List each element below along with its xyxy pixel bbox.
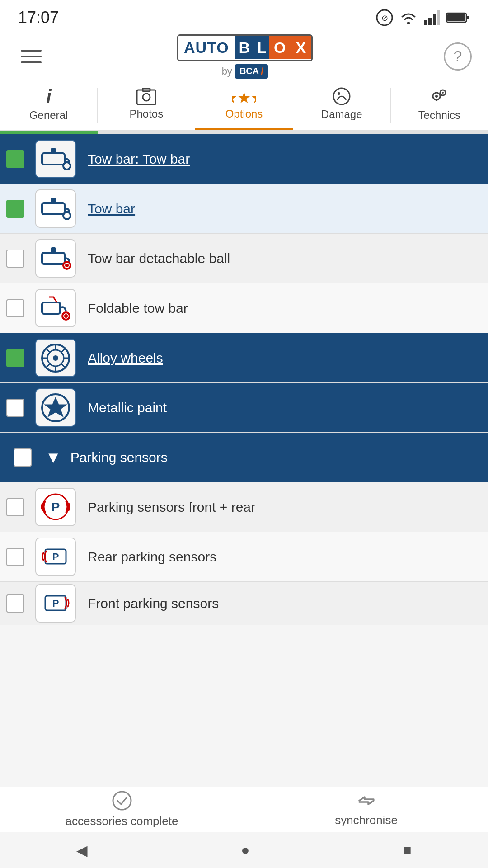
svg-text:P: P xyxy=(52,500,60,514)
tab-technics[interactable]: Technics xyxy=(391,81,488,130)
svg-point-12 xyxy=(143,94,150,101)
battery-icon xyxy=(446,11,470,24)
svg-point-25 xyxy=(63,212,70,219)
sync-icon xyxy=(356,792,377,810)
progress-fill xyxy=(0,131,98,134)
metallic-icon xyxy=(40,392,71,424)
icon-wrap-1 xyxy=(31,137,80,180)
bca-slash: / xyxy=(261,66,263,77)
logo-l: L xyxy=(254,36,269,59)
logo-image: AUTO B L O X xyxy=(177,34,313,61)
tab-options-label: Options xyxy=(225,108,263,120)
tabs: i General Photos ★★★ Options xyxy=(0,81,488,131)
alloy-wheel-icon xyxy=(40,342,71,374)
svg-rect-5 xyxy=(433,14,436,25)
bca-badge: BCA / xyxy=(235,64,268,79)
svg-point-36 xyxy=(53,355,58,361)
svg-point-22 xyxy=(63,162,70,170)
svg-point-2 xyxy=(407,22,410,24)
list-item-parking-sensors-dropdown[interactable]: ▼ Parking sensors xyxy=(0,433,488,482)
list-item-parking-fr[interactable]: P Parking sensors front + rear xyxy=(0,482,488,532)
list-item-tow-bar[interactable]: Tow bar xyxy=(0,184,488,234)
checkbox-metallic[interactable] xyxy=(6,399,24,417)
checkbox-parking[interactable] xyxy=(14,448,32,467)
icon-box-1 xyxy=(35,140,76,178)
progress-bar xyxy=(0,131,488,134)
tow-bar-icon xyxy=(40,144,71,174)
bottom-bar: accessories complete synchronise xyxy=(0,787,488,832)
svg-rect-3 xyxy=(424,20,427,25)
logo-x: X xyxy=(290,36,311,59)
accessories-complete-label: accessories complete xyxy=(66,814,178,828)
help-button[interactable]: ? xyxy=(444,42,472,71)
checkbox-foldable[interactable] xyxy=(6,299,24,317)
svg-line-43 xyxy=(61,349,65,352)
metallic-paint-label: Metallic paint xyxy=(88,400,488,415)
tab-photos[interactable]: Photos xyxy=(98,81,195,130)
parking-fr-icon: P xyxy=(40,492,71,522)
synchronise-button[interactable]: synchronise xyxy=(244,787,488,832)
foldable-tow-label: Foldable tow bar xyxy=(88,301,488,316)
svg-text:P: P xyxy=(52,551,59,562)
list-item-front-parking[interactable]: P Front parking sensors xyxy=(0,582,488,625)
list-item-rear-parking[interactable]: P Rear parking sensors xyxy=(0,532,488,582)
back-button[interactable]: ◀ xyxy=(63,837,101,863)
svg-rect-26 xyxy=(51,198,56,204)
tab-options[interactable]: ★★★ Options xyxy=(195,81,292,130)
menu-button[interactable] xyxy=(16,45,46,68)
checkbox-tow-bar[interactable] xyxy=(6,200,24,218)
home-button[interactable]: ● xyxy=(227,837,263,863)
checkbox-alloy[interactable] xyxy=(6,349,24,367)
svg-rect-23 xyxy=(51,148,56,154)
svg-rect-6 xyxy=(437,10,440,25)
rear-parking-label: Rear parking sensors xyxy=(88,549,488,565)
list-item-metallic-paint[interactable]: Metallic paint xyxy=(0,383,488,433)
parking-fr-label: Parking sensors front + rear xyxy=(88,500,488,515)
tab-damage[interactable]: Damage xyxy=(293,81,390,130)
svg-text:P: P xyxy=(52,598,59,609)
icon-box-4 xyxy=(35,289,76,327)
dropdown-arrow: ▼ xyxy=(45,448,61,467)
checkbox-tow-detachable[interactable] xyxy=(6,250,24,268)
list-item-foldable-tow-bar[interactable]: Foldable tow bar xyxy=(0,283,488,333)
checkbox-rear-parking[interactable] xyxy=(6,548,24,566)
tow-det-icon xyxy=(40,244,71,273)
signal-icon xyxy=(424,10,440,25)
icon-box-3 xyxy=(35,239,76,278)
svg-rect-4 xyxy=(428,18,432,25)
checkbox-area-8 xyxy=(0,498,31,516)
tab-general-label: General xyxy=(29,109,68,122)
tab-general[interactable]: i General xyxy=(0,81,97,130)
tow-icon-2 xyxy=(40,194,71,223)
svg-rect-9 xyxy=(447,14,465,21)
by-label: by xyxy=(222,66,232,77)
parking-sensors-label: Parking sensors xyxy=(70,450,488,465)
icon-wrap-9: P xyxy=(31,535,80,578)
tow-bar-label: Tow bar xyxy=(88,201,488,217)
checkbox-area-4 xyxy=(0,299,31,317)
icon-wrap-8: P xyxy=(31,486,80,528)
icon-wrap-3 xyxy=(31,237,80,280)
accessories-complete-button[interactable]: accessories complete xyxy=(0,787,244,832)
check-icon xyxy=(112,791,132,811)
list-item-alloy-wheels[interactable]: Alloy wheels xyxy=(0,333,488,383)
list-item-tow-bar-header[interactable]: Tow bar: Tow bar xyxy=(0,134,488,184)
general-icon: i xyxy=(41,86,57,106)
tab-photos-label: Photos xyxy=(129,108,163,120)
checkbox-parking-fr[interactable] xyxy=(6,498,24,516)
svg-rect-30 xyxy=(51,247,56,254)
svg-rect-11 xyxy=(137,90,156,104)
recent-button[interactable]: ■ xyxy=(389,837,425,863)
icon-box-9: P xyxy=(35,538,76,576)
options-icon: ★★★ xyxy=(232,88,256,105)
checkbox-front-parking[interactable] xyxy=(6,594,24,613)
svg-point-20 xyxy=(442,92,444,94)
parking-r-icon: P xyxy=(40,542,71,571)
list-item-tow-bar-detachable[interactable]: Tow bar detachable ball xyxy=(0,234,488,283)
technics-icon xyxy=(429,86,449,106)
svg-line-44 xyxy=(46,364,50,368)
logo-o: O xyxy=(269,36,290,59)
logo-bca: by BCA / xyxy=(222,64,268,79)
photos-icon xyxy=(136,88,156,105)
checkbox-tow-bar-header[interactable] xyxy=(6,150,24,168)
